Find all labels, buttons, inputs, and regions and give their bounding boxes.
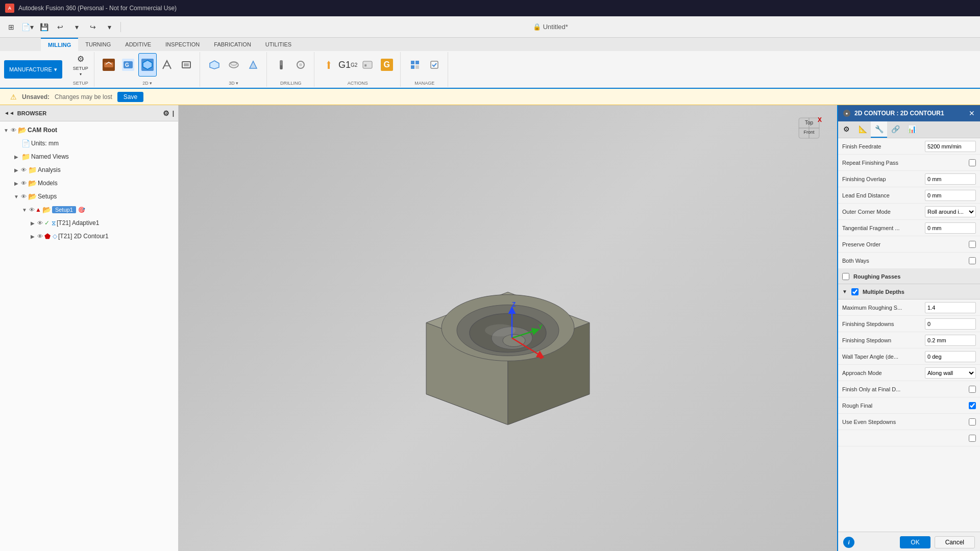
undo-dropdown[interactable]: ▾: [69, 20, 84, 34]
actions-button-1[interactable]: [320, 53, 338, 77]
tree-eye-adaptive1[interactable]: 👁: [37, 220, 43, 226]
save-unsaved-button[interactable]: Save: [117, 92, 143, 102]
tree-eye-setups[interactable]: 👁: [21, 193, 27, 199]
multiple-depths-arrow[interactable]: ▼: [842, 289, 847, 294]
prop-input-finish-feedrate[interactable]: [925, 141, 976, 152]
2d-button-4[interactable]: [158, 53, 176, 77]
undo-button[interactable]: ↩: [53, 20, 67, 34]
tree-item-setup1[interactable]: ▼ 👁 ▲ 📂 Setup1 🎯: [0, 203, 178, 216]
viewport[interactable]: Z Y Top Front X: [179, 105, 837, 551]
tree-eye-contour1[interactable]: 👁: [37, 233, 43, 239]
multiple-depths-checkbox[interactable]: [851, 288, 859, 295]
tree-item-setups[interactable]: ▼ 👁 📂 Setups: [0, 190, 178, 203]
tab-utilities[interactable]: UTILITIES: [258, 38, 299, 51]
panel-close-button[interactable]: ✕: [969, 109, 975, 117]
2d-button-2[interactable]: G: [119, 53, 137, 77]
prop-input-finishing-stepdowns[interactable]: [925, 318, 976, 330]
actions-button-3[interactable]: ≡: [358, 53, 377, 77]
app-icon: A: [5, 4, 14, 13]
save-toolbar-button[interactable]: 💾: [37, 20, 51, 34]
tree-expand-cam-root[interactable]: ▼: [2, 126, 10, 134]
tree-item-cam-root[interactable]: ▼ 👁 📂 CAM Root: [0, 123, 178, 137]
panel-tab-geometry[interactable]: 📐: [854, 121, 871, 138]
prop-input-max-roughing[interactable]: [925, 302, 976, 313]
tree-item-adaptive1[interactable]: ▶ 👁 ✓ ⧖ [T21] Adaptive1: [0, 216, 178, 230]
tree-item-models[interactable]: ▶ 👁 📂 Models: [0, 177, 178, 190]
2d-button-1[interactable]: [100, 53, 118, 77]
panel-tab-passes[interactable]: 🔧: [871, 121, 887, 138]
tree-expand-setup1[interactable]: ▼: [20, 206, 29, 214]
prop-select-outer-corner[interactable]: Roll around i... Sharp Fillet: [925, 206, 976, 217]
tree-item-units[interactable]: ▶ 📄 Units: mm: [0, 137, 178, 150]
prop-checkbox-finish-only-final[interactable]: [969, 386, 976, 393]
browser-pin[interactable]: |: [173, 110, 174, 117]
tree-item-named-views[interactable]: ▶ 📁 Named Views: [0, 150, 178, 163]
drilling-button-1[interactable]: [272, 53, 290, 77]
ribbon-group-manage: MANAGE: [402, 52, 448, 87]
3d-button-1[interactable]: [205, 53, 224, 77]
prop-select-approach-mode[interactable]: Along wall Perpendicular: [925, 367, 976, 379]
2d-button-5[interactable]: [177, 53, 195, 77]
3d-button-3[interactable]: [244, 53, 262, 77]
browser-settings[interactable]: ⚙: [163, 109, 169, 117]
prop-checkbox-both-ways[interactable]: [969, 257, 976, 264]
prop-checkbox-rough-final[interactable]: [969, 402, 976, 409]
tree-item-analysis[interactable]: ▶ 👁 📁 Analysis: [0, 163, 178, 177]
actions-button-4[interactable]: G: [378, 53, 396, 77]
tree-expand-setups[interactable]: ▼: [12, 192, 20, 201]
panel-tab-tool[interactable]: ⚙: [838, 121, 854, 138]
tab-turning[interactable]: TURNING: [78, 38, 118, 51]
prop-input-finishing-stepdown[interactable]: [925, 335, 976, 346]
tab-additive[interactable]: ADDITIVE: [118, 38, 158, 51]
prop-checkbox-extra[interactable]: [969, 435, 976, 442]
manage-button-2[interactable]: [425, 53, 444, 77]
prop-checkbox-preserve-order[interactable]: [969, 241, 976, 248]
tree-eye-analysis[interactable]: 👁: [21, 167, 27, 173]
tree-expand-adaptive1[interactable]: ▶: [29, 219, 37, 227]
manufacture-button[interactable]: MANUFACTURE ▾: [4, 60, 62, 79]
prop-checkbox-use-even-stepdowns[interactable]: [969, 418, 976, 425]
setup-button[interactable]: ⚙ SETUP ▾: [71, 53, 90, 77]
redo-dropdown[interactable]: ▾: [102, 20, 116, 34]
svg-point-11: [299, 63, 302, 66]
prop-checkbox-repeat-finishing[interactable]: [969, 159, 976, 166]
prop-row-repeat-finishing: Repeat Finishing Pass: [838, 155, 980, 171]
panel-tab-data[interactable]: 📊: [903, 121, 920, 138]
prop-input-wall-taper[interactable]: [925, 351, 976, 362]
info-button[interactable]: i: [843, 537, 854, 548]
tab-milling[interactable]: MILLING: [41, 38, 78, 51]
panel-tab-linking[interactable]: 🔗: [887, 121, 903, 138]
panel-dot: ●: [843, 110, 850, 117]
tree-eye-models[interactable]: 👁: [21, 180, 27, 186]
orientation-cube[interactable]: Top Front X: [796, 115, 822, 141]
new-button[interactable]: 📄▾: [20, 20, 35, 34]
tree-eye-setup1[interactable]: 👁: [29, 207, 35, 213]
tree-label-setups: Setups: [38, 193, 57, 200]
2d-button-active[interactable]: [138, 53, 157, 77]
tab-fabrication[interactable]: FABRICATION: [207, 38, 258, 51]
tree-expand-models[interactable]: ▶: [12, 179, 20, 187]
section-roughing-passes[interactable]: Roughing Passes: [838, 269, 980, 284]
prop-input-tangential-fragment[interactable]: [925, 222, 976, 234]
apps-button[interactable]: ⊞: [4, 20, 18, 34]
manage-button-1[interactable]: [406, 53, 424, 77]
x-marker: X: [818, 116, 822, 123]
cancel-button[interactable]: Cancel: [935, 536, 975, 548]
actions-button-2[interactable]: G1G2: [339, 53, 357, 77]
tree-expand-contour1[interactable]: ▶: [29, 232, 37, 240]
tree-item-contour1[interactable]: ▶ 👁 ⬟ ◇ [T21] 2D Contour1: [0, 230, 178, 243]
tree-expand-analysis[interactable]: ▶: [12, 166, 20, 174]
prop-input-lead-end-distance[interactable]: [925, 190, 976, 201]
redo-button[interactable]: ↪: [86, 20, 100, 34]
prop-input-finishing-overlap[interactable]: [925, 173, 976, 185]
tree-label-contour1: [T21] 2D Contour1: [58, 233, 109, 240]
tree-eye-cam-root[interactable]: 👁: [11, 127, 16, 133]
drilling-button-2[interactable]: [291, 53, 310, 77]
tree-expand-named-views[interactable]: ▶: [12, 153, 20, 161]
roughing-passes-checkbox[interactable]: [842, 273, 849, 280]
ok-button[interactable]: OK: [900, 536, 930, 548]
section-multiple-depths[interactable]: ▼ Multiple Depths: [838, 284, 980, 299]
3d-button-2[interactable]: [225, 53, 243, 77]
browser-collapse[interactable]: ◄◄: [4, 110, 14, 116]
tab-inspection[interactable]: INSPECTION: [158, 38, 207, 51]
